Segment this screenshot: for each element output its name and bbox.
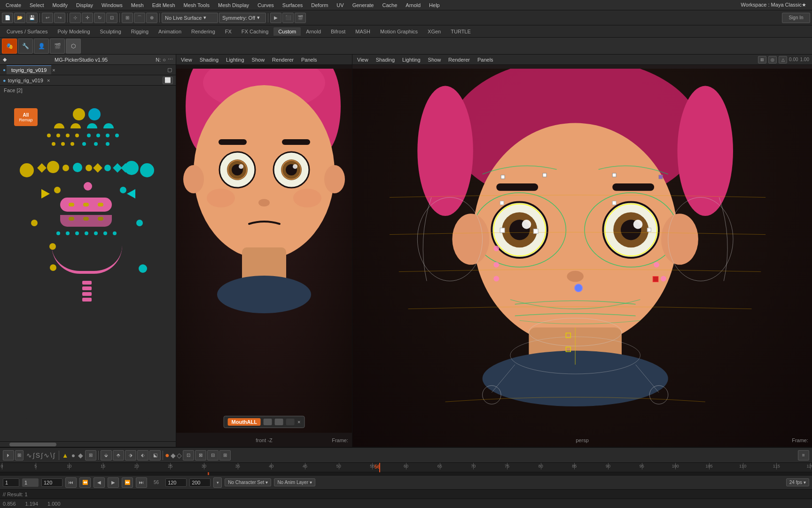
panel-menu-btn[interactable]: ⋯ (168, 56, 173, 63)
btn-tl-right-1[interactable]: ≡ (798, 450, 809, 460)
shelf-tab-xgen[interactable]: XGen (423, 27, 445, 36)
dot-large-left-ear[interactable] (20, 163, 34, 177)
all-remap-badge[interactable]: All Remap (14, 108, 38, 126)
dot-below-y3[interactable] (75, 231, 79, 235)
dot-row2-y3[interactable] (66, 134, 70, 137)
shelf-tab-custom[interactable]: Custom (273, 27, 301, 36)
vr-menu-view[interactable]: View (355, 57, 370, 63)
neck-bar-2[interactable] (82, 286, 92, 290)
dot-mid2-y1[interactable] (54, 187, 61, 193)
toolbar-render2[interactable]: ⬛ (282, 13, 294, 23)
anim-end-input[interactable] (189, 478, 211, 487)
shelf-tab-poly[interactable]: Poly Modeling (53, 27, 94, 36)
btn-anim-range[interactable]: ▾ (213, 477, 222, 488)
shelf-icon-3[interactable]: 👤 (34, 39, 49, 54)
menu-windows[interactable]: Windows (98, 1, 126, 9)
toolbar-snap-point[interactable]: ⊕ (146, 13, 157, 23)
icon-grey-shapes[interactable]: ◆ (171, 452, 176, 459)
menu-cache[interactable]: Cache (379, 1, 401, 9)
end-frame-input[interactable] (41, 478, 62, 487)
dot-row3-c2[interactable] (94, 142, 98, 146)
live-surface-dropdown[interactable]: No Live Surface ▾ (162, 13, 218, 23)
dot-row2-c1[interactable] (87, 134, 91, 137)
dot-right-large[interactable] (125, 161, 139, 175)
btn-frame-tools[interactable]: ⬕ (149, 450, 161, 460)
symmetry-dropdown[interactable]: Symmetry: Off ▾ (219, 13, 266, 23)
shelf-tab-rendering[interactable]: Rendering (187, 27, 220, 36)
btn-play-tools[interactable]: ⬙ (101, 450, 112, 460)
dot-bottom-left-y[interactable] (31, 220, 38, 226)
btn-key-grid[interactable]: ⊞ (85, 450, 96, 460)
shelf-tab-animation[interactable]: Animation (154, 27, 186, 36)
dot-row2-c4[interactable] (115, 134, 119, 137)
vl-menu-lighting[interactable]: Lighting (224, 57, 246, 63)
dot-row3-y2[interactable] (61, 142, 65, 146)
btn-play-prev[interactable]: ⏪ (79, 477, 91, 488)
panel-scrollbar-thumb[interactable] (9, 443, 56, 446)
vr-menu-renderer[interactable]: Renderer (446, 57, 472, 63)
btn-key-tools[interactable]: ⬘ (113, 450, 124, 460)
menu-display[interactable]: Display (72, 1, 97, 9)
vl-menu-view[interactable]: View (179, 57, 194, 63)
panel-close-tab[interactable]: × (52, 67, 55, 73)
vl-menu-renderer[interactable]: Renderer (270, 57, 296, 63)
menu-arnold[interactable]: Arnold (402, 1, 424, 9)
menu-deform[interactable]: Deform (307, 1, 332, 9)
dot-row3-c3[interactable] (106, 142, 109, 146)
key-icon-triangle[interactable]: ▲ (62, 452, 69, 459)
vr-icon-2[interactable]: ◎ (768, 56, 777, 64)
curve-icon-4[interactable]: ∫ (41, 452, 43, 459)
toolbar-move[interactable]: ✛ (82, 13, 93, 23)
mouth-close-btn[interactable]: × (297, 419, 300, 425)
shelf-tab-turtle[interactable]: TURTLE (446, 27, 476, 36)
dot-mid-y1[interactable] (62, 165, 69, 171)
menu-edit-mesh[interactable]: Edit Mesh (148, 1, 179, 9)
dot-eye-left-large[interactable] (47, 161, 59, 173)
toolbar-sign-in[interactable]: Sign In (782, 13, 810, 23)
fps-dropdown[interactable]: 24 fps ▾ (786, 478, 809, 486)
picker-canvas[interactable]: All Remap (0, 95, 176, 441)
neck-bar-4[interactable] (82, 298, 92, 302)
start-frame-input[interactable] (3, 478, 19, 487)
dot-mid2-c1[interactable] (120, 187, 126, 193)
menu-mesh-display[interactable]: Mesh Display (214, 1, 253, 9)
dot-row3-y3[interactable] (70, 142, 74, 146)
dot-row2-c2[interactable] (96, 134, 100, 137)
curve-icon-5[interactable]: ∿ (44, 452, 49, 459)
viewport-right[interactable]: View Shading Lighting Show Renderer Pane… (352, 55, 812, 447)
dot-mid-c-center[interactable] (73, 163, 82, 172)
anim-layer-dropdown[interactable]: No Anim Layer ▾ (274, 478, 315, 486)
toolbar-snap-grid[interactable]: ⊞ (122, 13, 133, 23)
neck-bar-3[interactable] (82, 292, 92, 296)
shelf-icon-4[interactable]: 🎬 (50, 39, 65, 54)
btn-anim-tools[interactable]: ⬖ (137, 450, 148, 460)
shelf-tab-curves[interactable]: Curves / Surfaces (2, 27, 52, 36)
dot-below-y2[interactable] (66, 231, 70, 235)
dot-row2-y2[interactable] (56, 134, 60, 137)
menu-surfaces[interactable]: Surfaces (279, 1, 306, 9)
mouth-icon-1[interactable] (264, 419, 272, 425)
dot-row2-y4[interactable] (75, 134, 79, 137)
dot-below-y1[interactable] (56, 231, 60, 235)
dot-yellow-top-left[interactable] (73, 108, 85, 120)
panel-circle-btn[interactable]: ○ (163, 57, 166, 63)
shelf-tab-mash[interactable]: MASH (351, 27, 375, 36)
icon-grey-diamond[interactable]: ◇ (177, 452, 182, 459)
shelf-tab-fx[interactable]: FX (220, 27, 236, 36)
dot-nose-pink[interactable] (84, 182, 92, 190)
vr-menu-lighting[interactable]: Lighting (400, 57, 422, 63)
breadcrumb-close[interactable]: × (47, 78, 50, 83)
btn-play-prev-key[interactable]: ⏮ (65, 477, 77, 488)
btn-more-4[interactable]: ⊞ (219, 450, 231, 460)
panel-expand-btn[interactable]: ⬜ (163, 77, 173, 84)
btn-more-2[interactable]: ⊠ (195, 450, 206, 460)
curve-icon-3[interactable]: S (36, 452, 40, 459)
dot-chin-right[interactable] (139, 264, 147, 273)
btn-timeline-icons[interactable]: ⊞ (15, 450, 23, 460)
btn-play-back[interactable]: ◀ (94, 477, 105, 488)
timeline-area[interactable]: 0510152025303540455055606570758085909510… (0, 463, 812, 475)
curve-icon-7[interactable]: ∫ (53, 452, 55, 459)
mouth-shape[interactable] (60, 198, 112, 212)
menu-curves[interactable]: Curves (254, 1, 278, 9)
anim-start-input[interactable] (165, 478, 187, 487)
